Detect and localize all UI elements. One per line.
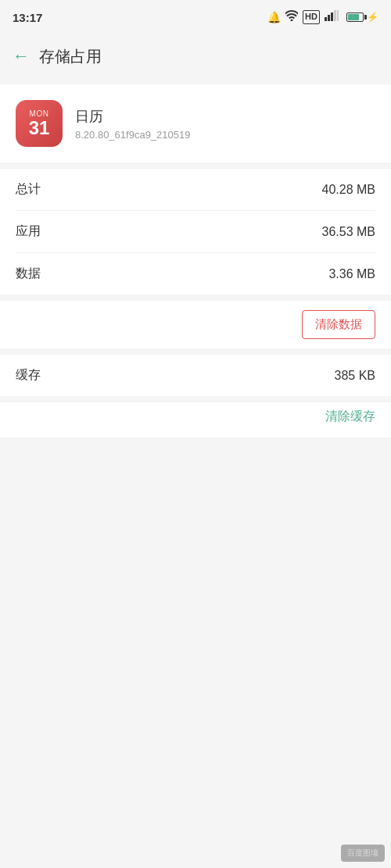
- total-label: 总计: [16, 181, 41, 198]
- data-storage-row: 数据 3.36 MB: [16, 253, 375, 295]
- svg-rect-2: [331, 13, 333, 21]
- status-time: 13:17: [13, 11, 42, 24]
- watermark: 百度图壤: [341, 845, 385, 862]
- app-info-text: 日历 8.20.80_61f9ca9_210519: [75, 107, 375, 141]
- cache-label: 缓存: [16, 367, 41, 384]
- status-icons: 🔔 HD ⚡: [267, 10, 378, 23]
- status-bar: 13:17 🔔 HD: [0, 0, 391, 34]
- wifi-icon: [285, 10, 298, 23]
- signal-icon: [325, 10, 339, 23]
- cache-section: 缓存 385 KB: [0, 355, 391, 396]
- total-value: 40.28 MB: [322, 183, 375, 197]
- svg-rect-3: [334, 10, 336, 21]
- charging-icon: ⚡: [367, 12, 378, 23]
- back-button[interactable]: ←: [13, 48, 30, 65]
- hd-badge: HD: [303, 10, 320, 23]
- total-storage-row: 总计 40.28 MB: [16, 169, 375, 211]
- app-value: 36.53 MB: [322, 225, 375, 239]
- app-icon-date: 31: [29, 119, 50, 138]
- app-label: 应用: [16, 223, 41, 240]
- app-storage-row: 应用 36.53 MB: [16, 211, 375, 253]
- storage-section: 总计 40.28 MB 应用 36.53 MB 数据 3.36 MB: [0, 169, 391, 295]
- app-version: 8.20.80_61f9ca9_210519: [75, 129, 375, 141]
- watermark-text: 百度图壤: [347, 848, 378, 859]
- notification-icon: 🔔: [267, 11, 281, 23]
- cache-value: 385 KB: [335, 369, 375, 383]
- app-info-card: Mon 31 日历 8.20.80_61f9ca9_210519: [0, 84, 391, 163]
- data-label: 数据: [16, 266, 41, 282]
- header: ← 存储占用: [0, 34, 391, 78]
- app-icon: Mon 31: [16, 100, 63, 147]
- svg-rect-0: [325, 17, 327, 21]
- app-name: 日历: [75, 107, 375, 126]
- data-value: 3.36 MB: [328, 267, 375, 281]
- clear-cache-button[interactable]: 清除缓存: [325, 409, 375, 425]
- page-title: 存储占用: [39, 46, 102, 67]
- svg-rect-4: [337, 10, 339, 21]
- clear-data-button[interactable]: 清除数据: [302, 310, 375, 339]
- clear-data-row: 清除数据: [0, 301, 391, 348]
- battery-icon: [346, 13, 364, 22]
- cache-row: 缓存 385 KB: [16, 355, 375, 396]
- svg-rect-1: [328, 15, 330, 21]
- clear-cache-row: 清除缓存: [0, 402, 391, 438]
